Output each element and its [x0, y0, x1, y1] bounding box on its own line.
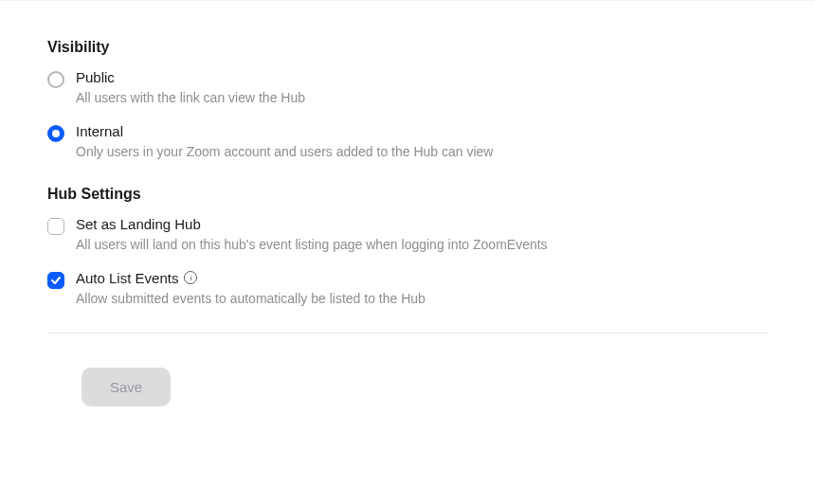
visibility-option-internal: Internal Only users in your Zoom account…: [47, 123, 768, 162]
save-button[interactable]: Save: [82, 368, 171, 406]
checkbox-auto-list[interactable]: [47, 272, 64, 289]
divider: [47, 333, 768, 333]
hub-settings-options: Set as Landing Hub All users will land o…: [47, 216, 768, 308]
hub-settings-section-title: Hub Settings: [47, 186, 768, 203]
info-icon[interactable]: [184, 271, 197, 284]
visibility-option-public: Public All users with the link can view …: [47, 69, 768, 108]
visibility-label-public: Public: [76, 69, 768, 85]
checkmark-icon: [50, 275, 62, 286]
hub-setting-label-landing: Set as Landing Hub: [76, 216, 768, 232]
hub-setting-autolist: Auto List Events Allow submitted events …: [47, 270, 768, 309]
radio-public[interactable]: [47, 71, 64, 88]
radio-internal[interactable]: [47, 125, 64, 142]
checkbox-landing-hub[interactable]: [47, 218, 64, 235]
hub-setting-label-autolist: Auto List Events: [76, 270, 768, 286]
visibility-section-title: Visibility: [47, 39, 768, 56]
visibility-options: Public All users with the link can view …: [47, 69, 768, 161]
visibility-label-internal: Internal: [76, 123, 768, 139]
visibility-desc-internal: Only users in your Zoom account and user…: [76, 143, 768, 162]
hub-setting-desc-landing: All users will land on this hub's event …: [76, 236, 768, 255]
hub-setting-landing: Set as Landing Hub All users will land o…: [47, 216, 768, 255]
hub-setting-desc-autolist: Allow submitted events to automatically …: [76, 290, 768, 309]
visibility-desc-public: All users with the link can view the Hub: [76, 89, 768, 108]
